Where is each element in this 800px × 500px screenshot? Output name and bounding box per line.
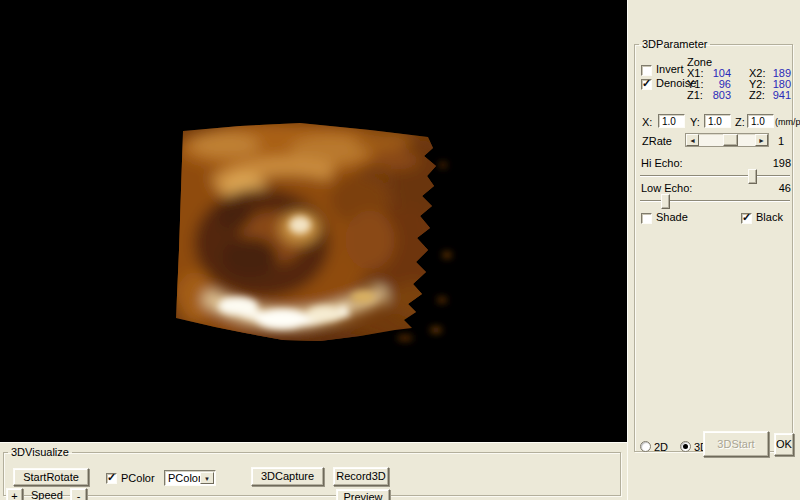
zrate-label: ZRate xyxy=(642,135,672,147)
start-rotate-button[interactable]: StartRotate xyxy=(13,468,89,486)
speed-plus-button[interactable]: + xyxy=(6,488,23,500)
shade-checkbox[interactable] xyxy=(641,213,652,224)
zrate-left-arrow-icon[interactable]: ◄ xyxy=(686,134,699,146)
zone-z1-value: 803 xyxy=(705,89,731,101)
zrate-scrollbar[interactable]: ◄ ► xyxy=(685,133,769,147)
dropdown-arrow-icon[interactable]: ▼ xyxy=(200,472,214,484)
denoise-checkbox[interactable] xyxy=(641,79,652,90)
hi-echo-slider-track xyxy=(640,175,790,177)
black-checkbox[interactable] xyxy=(741,213,752,224)
scale-unit-label: (mm/p) xyxy=(775,117,800,127)
zone-z2-value: 941 xyxy=(763,89,791,101)
scale-y-label: Y: xyxy=(690,116,700,128)
shade-label: Shade xyxy=(656,211,688,223)
low-echo-slider[interactable] xyxy=(640,194,790,209)
pcolor-dropdown[interactable]: PColor ▼ xyxy=(164,470,216,486)
hi-echo-label: Hi Echo: xyxy=(641,157,683,169)
3dparameter-group: 3DParameter Invert Denoise Zone X1: 104 … xyxy=(634,38,793,452)
zrate-right-arrow-icon[interactable]: ► xyxy=(755,134,768,146)
group-title-3dvisualize: 3DVisualize xyxy=(8,446,72,458)
ultrasound-volume-render xyxy=(0,0,627,442)
invert-checkbox[interactable] xyxy=(641,65,652,76)
pcolor-checkbox[interactable] xyxy=(106,473,117,484)
speed-minus-button[interactable]: - xyxy=(70,488,87,500)
record3d-button[interactable]: Record3D xyxy=(333,467,389,486)
scale-x-input[interactable] xyxy=(658,114,685,128)
scale-y-input[interactable] xyxy=(704,114,731,128)
zrate-value: 1 xyxy=(778,135,784,147)
scale-z-label: Z: xyxy=(735,116,745,128)
invert-label: Invert xyxy=(656,63,684,75)
visualize-panel: 3DVisualize StartRotate + Speed - PColor… xyxy=(0,442,627,500)
3dcapture-button[interactable]: 3DCapture xyxy=(251,467,324,486)
black-label: Black xyxy=(756,211,783,223)
mode-3d-radio[interactable] xyxy=(680,441,691,452)
low-echo-slider-thumb[interactable] xyxy=(661,194,670,209)
zrate-scrollbar-thumb[interactable] xyxy=(723,134,738,146)
3dstart-button[interactable]: 3DStart xyxy=(703,431,769,457)
pcolor-label: PColor xyxy=(121,472,155,484)
low-echo-label: Low Echo: xyxy=(641,182,692,194)
speed-label: Speed xyxy=(31,489,63,500)
preview-button[interactable]: Preview xyxy=(336,489,390,500)
scale-z-input[interactable] xyxy=(747,114,774,128)
zone-z1-label: Z1: xyxy=(687,89,703,101)
app-window: 3DParameter Invert Denoise Zone X1: 104 … xyxy=(0,0,800,500)
pcolor-dropdown-value: PColor xyxy=(168,472,202,484)
parameter-panel: 3DParameter Invert Denoise Zone X1: 104 … xyxy=(627,0,800,500)
group-title-3dparameter: 3DParameter xyxy=(639,38,710,50)
scale-x-label: X: xyxy=(642,116,652,128)
mode-2d-radio[interactable] xyxy=(640,441,651,452)
hi-echo-value: 198 xyxy=(755,157,791,169)
ok-button[interactable]: OK xyxy=(774,433,794,456)
3d-viewport[interactable] xyxy=(0,0,627,442)
mode-2d-label: 2D xyxy=(654,441,668,453)
3dvisualize-group: 3DVisualize StartRotate + Speed - PColor… xyxy=(3,446,621,496)
low-echo-value: 46 xyxy=(755,182,791,194)
